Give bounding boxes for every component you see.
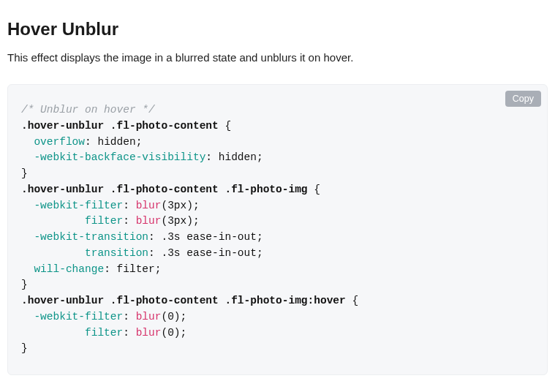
section-heading: Hover Unblur [7,19,548,39]
code-block: Copy /* Unblur on hover */ .hover-unblur… [7,84,548,375]
copy-button[interactable]: Copy [505,91,541,107]
section-description: This effect displays the image in a blur… [7,51,548,64]
code-content: /* Unblur on hover */ .hover-unblur .fl-… [21,102,534,357]
